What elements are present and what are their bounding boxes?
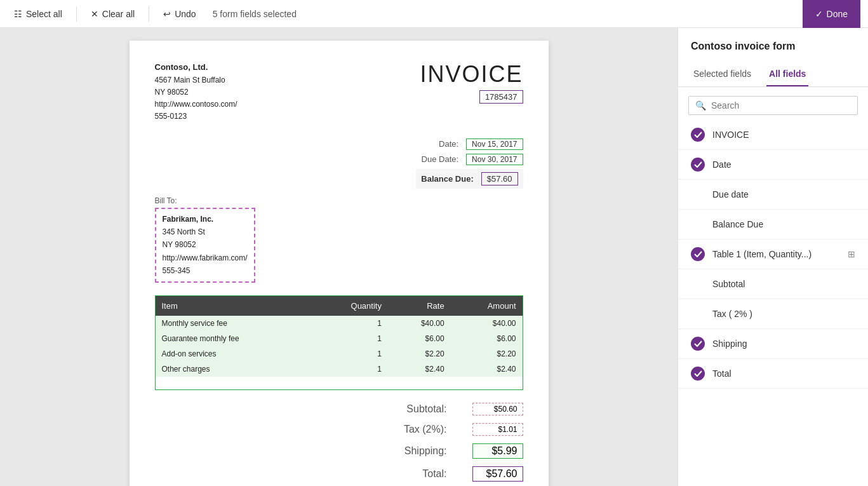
field-item[interactable]: Due date (678, 180, 868, 210)
field-checked-icon (691, 247, 705, 261)
main-container: Contoso, Ltd. 4567 Main St Buffalo NY 98… (0, 28, 868, 486)
company-phone: 555-0123 (155, 111, 237, 123)
field-unchecked (691, 187, 705, 201)
bill-company-name: Fabrikam, Inc. (163, 213, 248, 226)
invoice-meta: Date: Nov 15, 2017 Due Date: Nov 30, 201… (416, 138, 523, 189)
right-panel: Contoso invoice form Selected fields All… (678, 28, 868, 486)
row3-qty: 1 (312, 346, 388, 361)
field-checked-icon (691, 367, 705, 381)
due-date-label: Due Date: (422, 154, 459, 164)
field-label: Shipping (712, 339, 747, 349)
bill-to-label: Bill To: (155, 196, 255, 205)
row1-rate: $40.00 (388, 316, 451, 331)
bill-to-section: Bill To: Fabrikam, Inc. 345 North St NY … (155, 196, 523, 283)
tab-selected-fields[interactable]: Selected fields (691, 62, 754, 86)
table-header-row: Item Quantity Rate Amount (156, 296, 523, 316)
row3-item: Add-on services (156, 346, 312, 361)
subtotal-row: Subtotal: $50.60 (384, 403, 523, 415)
table-row: Monthly service fee 1 $40.00 $40.00 (156, 316, 523, 331)
field-item[interactable]: Table 1 (Item, Quantity...)⊞ (678, 240, 868, 269)
search-icon: 🔍 (695, 100, 706, 111)
due-date-value: Nov 30, 2017 (466, 154, 523, 165)
table-row: Guarantee monthly fee 1 $6.00 $6.00 (156, 331, 523, 346)
bill-web: http://www.fabrikam.com/ (163, 252, 248, 264)
bill-to-block: Bill To: Fabrikam, Inc. 345 North St NY … (155, 196, 255, 283)
row2-rate: $6.00 (388, 331, 451, 346)
totals-block: Subtotal: $50.60 Tax (2%): $1.01 Shippin… (384, 403, 523, 485)
company-address: 4567 Main St Buffalo (155, 74, 237, 86)
undo-button[interactable]: ↩ Undo (157, 5, 202, 23)
field-label: Subtotal (712, 279, 745, 289)
total-value: $57.60 (472, 466, 523, 482)
row1-amount: $40.00 (451, 316, 523, 331)
bill-city: NY 98052 (163, 238, 248, 251)
field-label: Due date (712, 189, 749, 199)
document-wrapper: Contoso, Ltd. 4567 Main St Buffalo NY 98… (0, 41, 678, 486)
due-date-row: Due Date: Nov 30, 2017 (422, 154, 523, 165)
bill-company-box: Fabrikam, Inc. 345 North St NY 98052 htt… (155, 208, 255, 283)
field-item[interactable]: Subtotal (678, 269, 868, 299)
select-all-button[interactable]: ☷ Select all (8, 5, 69, 23)
toolbar: ☷ Select all ✕ Clear all ↩ Undo 5 form f… (0, 0, 868, 28)
field-checked-icon (691, 158, 705, 172)
row2-amount: $6.00 (451, 331, 523, 346)
field-label: Date (712, 159, 731, 170)
selection-status: 5 form fields selected (213, 9, 297, 19)
invoice-number: 1785437 (479, 90, 523, 104)
shipping-row: Shipping: $5.99 (384, 443, 523, 459)
date-value: Nov 15, 2017 (466, 138, 523, 150)
field-item[interactable]: Date (678, 150, 868, 180)
field-unchecked (691, 277, 705, 291)
row3-amount: $2.20 (451, 346, 523, 361)
select-all-icon: ☷ (14, 9, 22, 19)
table-icon: ⊞ (848, 249, 855, 259)
field-item[interactable]: Total (678, 359, 868, 389)
row4-rate: $2.40 (388, 361, 451, 377)
row4-qty: 1 (312, 361, 388, 377)
field-label: Tax ( 2% ) (712, 309, 752, 319)
field-label: INVOICE (712, 130, 749, 140)
done-check-icon: ✓ (815, 9, 823, 19)
field-checked-icon (691, 337, 705, 351)
col-quantity: Quantity (312, 296, 388, 316)
row3-rate: $2.20 (388, 346, 451, 361)
panel-title: Contoso invoice form (678, 28, 868, 62)
table-body: Monthly service fee 1 $40.00 $40.00 Guar… (156, 316, 523, 377)
panel-tabs: Selected fields All fields (678, 62, 868, 87)
done-button[interactable]: ✓ Done (803, 0, 860, 28)
field-item[interactable]: Balance Due (678, 210, 868, 240)
company-web: http://www.contoso.com/ (155, 98, 237, 111)
field-label: Balance Due (712, 219, 763, 229)
table-row: Other charges 1 $2.40 $2.40 (156, 361, 523, 377)
search-input[interactable] (711, 100, 851, 111)
date-row: Date: Nov 15, 2017 (439, 138, 523, 150)
invoice-totals: Subtotal: $50.60 Tax (2%): $1.01 Shippin… (155, 403, 523, 485)
company-info: Contoso, Ltd. 4567 Main St Buffalo NY 98… (155, 61, 237, 123)
row4-item: Other charges (156, 361, 312, 377)
total-label: Total: (384, 468, 447, 480)
table-row: Add-on services 1 $2.20 $2.20 (156, 346, 523, 361)
row1-qty: 1 (312, 316, 388, 331)
document-area: Contoso, Ltd. 4567 Main St Buffalo NY 98… (0, 28, 678, 486)
row2-item: Guarantee monthly fee (156, 331, 312, 346)
row1-item: Monthly service fee (156, 316, 312, 331)
field-item[interactable]: Shipping (678, 329, 868, 359)
field-checked-icon (691, 128, 705, 142)
field-item[interactable]: Tax ( 2% ) (678, 299, 868, 329)
tab-all-fields[interactable]: All fields (766, 62, 808, 86)
field-unchecked (691, 217, 705, 231)
row2-qty: 1 (312, 331, 388, 346)
balance-due-value: $57.60 (481, 172, 518, 186)
field-label: Total (712, 368, 731, 379)
invoice-table-wrapper: Item Quantity Rate Amount Monthly servic… (155, 295, 523, 390)
col-rate: Rate (388, 296, 451, 316)
undo-icon: ↩ (163, 9, 171, 19)
field-item[interactable]: INVOICE (678, 120, 868, 150)
field-list: INVOICEDateDue dateBalance DueTable 1 (I… (678, 120, 868, 486)
shipping-label: Shipping: (384, 445, 447, 457)
clear-all-button[interactable]: ✕ Clear all (84, 5, 141, 23)
invoice-page: Contoso, Ltd. 4567 Main St Buffalo NY 98… (130, 41, 549, 486)
tax-value: $1.01 (472, 423, 523, 436)
shipping-value: $5.99 (472, 443, 523, 459)
tax-label: Tax (2%): (384, 424, 447, 435)
